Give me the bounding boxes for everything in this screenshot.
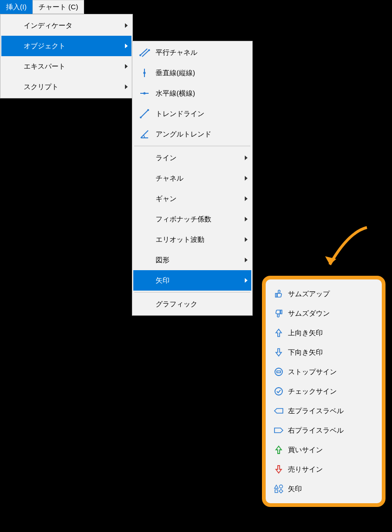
menu-gann[interactable]: ギャン	[133, 188, 251, 209]
svg-marker-19	[279, 489, 283, 493]
menu-stop-sign[interactable]: ストップサイン	[268, 362, 379, 382]
svg-rect-14	[277, 371, 281, 373]
menu-channel-label: チャネル	[156, 174, 235, 183]
menu-parallel-channel[interactable]: 平行チャネル	[133, 42, 251, 63]
menu-arrow[interactable]: 矢印	[268, 479, 379, 499]
menu-arrows[interactable]: 矢印	[133, 270, 251, 291]
svg-point-7	[144, 92, 146, 95]
svg-point-13	[275, 368, 282, 376]
svg-rect-18	[275, 490, 278, 493]
menu-buy-sign[interactable]: 買いサイン	[268, 440, 379, 460]
menu-thumbs-down[interactable]: サムズダウン	[268, 304, 379, 323]
left-price-label-icon	[272, 407, 285, 415]
menu-indicators-label: インディケータ	[24, 21, 116, 30]
submenu-arrow-icon	[125, 44, 128, 48]
menu-angle-trend[interactable]: アングルトレンド	[133, 124, 251, 144]
menu-arrow-down[interactable]: 下向き矢印	[268, 343, 379, 362]
buy-sign-icon	[272, 445, 285, 454]
submenu-arrow-icon	[245, 237, 248, 242]
menu-thumbs-down-label: サムズダウン	[288, 309, 371, 318]
menu-gann-label: ギャン	[156, 195, 235, 203]
sell-sign-icon	[272, 465, 285, 474]
menu-graphics[interactable]: グラフィック	[133, 294, 251, 314]
menu-sell-sign[interactable]: 売りサイン	[268, 460, 379, 479]
menu-elliott[interactable]: エリオット波動	[133, 229, 251, 250]
menu-fibonacci-label: フィボナッチ係数	[156, 215, 235, 224]
menu-right-price-label: 右プライスラベル	[288, 426, 371, 435]
svg-point-15	[275, 388, 282, 395]
menu-trend-line[interactable]: トレンドライン	[133, 104, 251, 124]
horizontal-line-icon	[138, 88, 151, 99]
menu-vertical-line[interactable]: 垂直線(縦線)	[133, 63, 251, 83]
menu-experts[interactable]: エキスパート	[1, 56, 131, 77]
menu-left-price-label: 左プライスラベル	[288, 407, 371, 415]
submenu-arrow-icon	[125, 64, 128, 69]
submenu-arrow-icon	[245, 217, 248, 221]
parallel-channel-icon	[138, 47, 151, 58]
menubar-chart[interactable]: チャート (C)	[33, 0, 84, 14]
submenu-arrow-icon	[245, 156, 248, 160]
menu-objects[interactable]: オブジェクト	[1, 36, 131, 56]
dropdown-arrows-callout: サムズアップ サムズダウン 上向き矢印 下向き矢印 ストップサイン チェックサイ…	[262, 276, 385, 507]
menu-sell-sign-label: 売りサイン	[288, 465, 371, 474]
submenu-arrow-icon	[245, 176, 248, 181]
svg-point-3	[148, 49, 150, 51]
menu-check-sign[interactable]: チェックサイン	[268, 382, 379, 401]
menu-left-price[interactable]: 左プライスラベル	[268, 401, 379, 421]
svg-point-5	[144, 72, 146, 74]
thumbs-down-icon	[272, 309, 285, 318]
menu-scripts[interactable]: スクリプト	[1, 77, 131, 97]
menu-buy-sign-label: 買いサイン	[288, 446, 371, 454]
menu-indicators[interactable]: インディケータ	[1, 15, 131, 36]
menu-shapes-label: 図形	[156, 256, 235, 265]
submenu-arrow-icon	[245, 196, 248, 201]
menu-parallel-channel-label: 平行チャネル	[156, 48, 248, 57]
dropdown-insert: インディケータ オブジェクト エキスパート スクリプト	[0, 14, 133, 98]
arrow-up-icon	[272, 328, 285, 337]
menu-experts-label: エキスパート	[24, 62, 116, 71]
menubar: 挿入(I) チャート (C)	[0, 0, 84, 14]
stop-sign-icon	[272, 367, 285, 376]
check-sign-icon	[272, 387, 285, 396]
trend-line-icon	[138, 108, 151, 119]
svg-marker-16	[274, 485, 278, 488]
menubar-chart-label: チャート (C)	[39, 3, 78, 12]
svg-line-1	[142, 50, 149, 57]
svg-line-0	[140, 49, 147, 55]
svg-point-17	[280, 485, 283, 488]
submenu-arrow-icon	[245, 278, 248, 283]
menubar-insert-label: 挿入(I)	[6, 3, 26, 12]
menu-line[interactable]: ライン	[133, 148, 251, 168]
menu-vertical-line-label: 垂直線(縦線)	[156, 69, 248, 78]
separator	[134, 292, 250, 292]
menu-arrow-down-label: 下向き矢印	[288, 348, 371, 357]
menu-arrow-up-label: 上向き矢印	[288, 329, 371, 337]
menu-check-sign-label: チェックサイン	[288, 387, 371, 396]
svg-point-10	[147, 109, 149, 111]
menu-right-price[interactable]: 右プライスラベル	[268, 421, 379, 440]
svg-line-8	[141, 110, 148, 117]
submenu-arrow-icon	[125, 84, 128, 89]
svg-marker-20	[325, 256, 336, 265]
dropdown-objects: 平行チャネル 垂直線(縦線) 水平線(横線) トレンドライン アングルトレンド …	[132, 41, 253, 316]
submenu-arrow-icon	[125, 23, 128, 28]
menu-channel[interactable]: チャネル	[133, 168, 251, 188]
thumbs-up-icon	[272, 289, 285, 298]
menu-thumbs-up-label: サムズアップ	[288, 290, 371, 298]
menu-arrow-label: 矢印	[288, 485, 371, 493]
menu-horizontal-line[interactable]: 水平線(横線)	[133, 83, 251, 104]
menu-arrow-up[interactable]: 上向き矢印	[268, 323, 379, 343]
separator	[134, 146, 250, 146]
menu-fibonacci[interactable]: フィボナッチ係数	[133, 209, 251, 229]
menubar-insert[interactable]: 挿入(I)	[0, 0, 33, 14]
menu-shapes[interactable]: 図形	[133, 250, 251, 270]
menu-thumbs-up[interactable]: サムズアップ	[268, 284, 379, 304]
vertical-line-icon	[138, 67, 151, 78]
svg-point-9	[140, 117, 142, 118]
angle-trend-icon	[138, 129, 151, 140]
svg-point-2	[139, 54, 141, 56]
menu-scripts-label: スクリプト	[24, 83, 116, 91]
menu-line-label: ライン	[156, 154, 235, 162]
menu-horizontal-line-label: 水平線(横線)	[156, 89, 248, 98]
menu-elliott-label: エリオット波動	[156, 235, 235, 244]
